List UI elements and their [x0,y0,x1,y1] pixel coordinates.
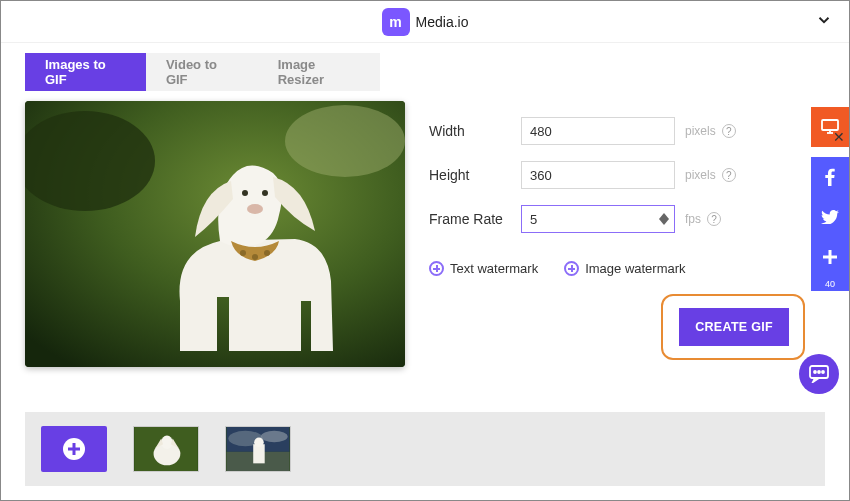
tab-image-resizer[interactable]: Image Resizer [258,53,380,91]
width-input[interactable] [521,117,675,145]
share-more-icon[interactable] [811,237,849,277]
header: m Media.io [1,1,849,43]
preview-image [25,101,405,367]
editor-panel: Width pixels ? Height pixels ? Frame Rat… [25,101,825,367]
controls: Width pixels ? Height pixels ? Frame Rat… [429,101,825,367]
brand: m Media.io [382,8,469,36]
field-framerate-row: Frame Rate fps ? [429,197,805,241]
add-image-watermark[interactable]: Image watermark [564,261,685,276]
close-icon[interactable]: ✕ [833,129,845,145]
add-image-button[interactable] [41,426,107,472]
height-input[interactable] [521,161,675,189]
plus-icon [429,261,444,276]
svg-point-7 [252,254,258,260]
svg-point-6 [240,250,246,256]
chat-fab[interactable] [799,354,839,394]
width-label: Width [429,123,521,139]
field-height-row: Height pixels ? [429,153,805,197]
svg-point-5 [247,204,263,214]
brand-name: Media.io [416,14,469,30]
svg-rect-24 [823,256,837,259]
stepper-icon[interactable] [659,213,669,225]
svg-point-4 [262,190,268,196]
thumbnail-strip [25,412,825,486]
svg-point-13 [161,436,172,449]
thumbnail[interactable] [225,426,291,472]
text-watermark-label: Text watermark [450,261,538,276]
create-gif-button[interactable]: CREATE GIF [679,308,789,346]
svg-point-17 [261,431,288,442]
svg-point-26 [814,371,816,373]
svg-point-19 [254,438,264,448]
brand-logo: m [382,8,410,36]
framerate-input[interactable] [521,205,675,233]
svg-point-27 [818,371,820,373]
height-label: Height [429,167,521,183]
help-icon[interactable]: ? [722,124,736,138]
svg-point-28 [822,371,824,373]
cta-highlight: CREATE GIF [661,294,805,360]
share-count: 40 [811,277,849,291]
help-icon[interactable]: ? [707,212,721,226]
field-width-row: Width pixels ? [429,109,805,153]
width-unit: pixels [685,124,716,138]
chevron-down-icon[interactable] [815,11,833,29]
height-unit: pixels [685,168,716,182]
brand-logo-letter: m [389,14,401,30]
tab-images-to-gif[interactable]: Images to GIF [25,53,146,91]
svg-marker-10 [659,219,669,225]
svg-point-8 [264,250,270,256]
svg-point-1 [285,105,405,177]
twitter-icon[interactable] [811,197,849,237]
add-text-watermark[interactable]: Text watermark [429,261,538,276]
main: Images to GIF Video to GIF Image Resizer [1,43,849,367]
svg-point-3 [242,190,248,196]
plus-icon [564,261,579,276]
facebook-icon[interactable] [811,157,849,197]
thumbnail[interactable] [133,426,199,472]
framerate-label: Frame Rate [429,211,521,227]
svg-rect-18 [253,444,264,463]
framerate-unit: fps [685,212,701,226]
help-icon[interactable]: ? [722,168,736,182]
image-watermark-label: Image watermark [585,261,685,276]
tabs: Images to GIF Video to GIF Image Resizer [25,53,380,91]
watermark-row: Text watermark Image watermark [429,261,805,276]
plus-icon [63,438,85,460]
tab-video-to-gif[interactable]: Video to GIF [146,53,258,91]
